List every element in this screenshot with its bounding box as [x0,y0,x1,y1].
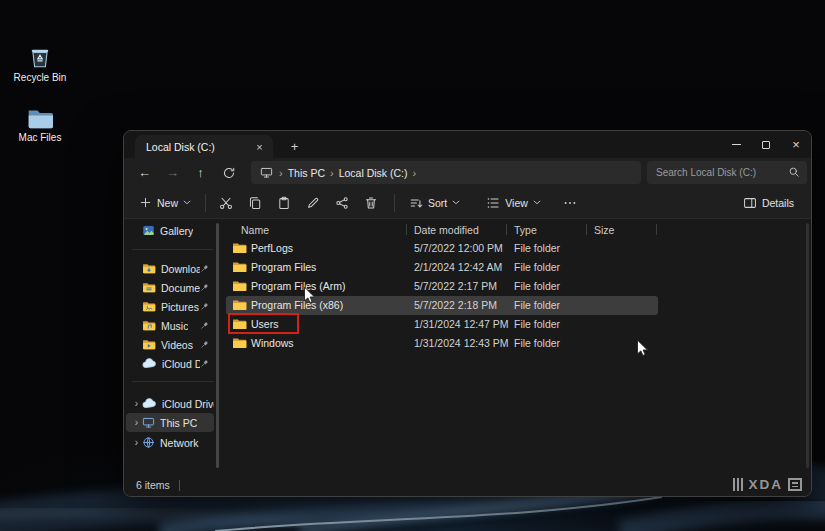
sidebar-item-gallery[interactable]: Gallery [126,221,214,240]
refresh-button[interactable] [216,160,241,185]
file-date: 1/31/2024 12:43 PM [414,337,509,349]
sidebar-item-icloud-pinned[interactable]: iCloud Drive [126,354,214,373]
file-row-windows[interactable]: Windows 1/31/2024 12:43 PM File folder [226,334,658,353]
column-separator[interactable] [586,224,587,235]
sidebar-item-videos[interactable]: Videos [126,335,214,354]
tree-chevron-icon[interactable]: › [131,398,142,409]
column-header-name[interactable]: Name [241,224,269,236]
breadcrumb-chevron-icon: › [408,167,422,179]
sidebar-item-documents[interactable]: Documents [126,278,214,297]
pin-icon [200,359,209,368]
forward-button[interactable]: → [160,160,185,185]
more-options-button[interactable] [557,190,583,216]
view-button[interactable]: View [479,190,548,216]
file-type: File folder [514,337,560,349]
explorer-body: Gallery Downloads Documents [124,219,811,474]
tree-chevron-icon[interactable]: › [131,437,142,448]
column-header-date[interactable]: Date modified [414,224,479,236]
file-date: 5/7/2022 2:17 PM [414,280,497,292]
file-name: Program Files [251,261,316,273]
pin-icon [200,264,209,273]
file-date: 2/1/2024 12:42 AM [414,261,502,273]
close-button[interactable]: × [781,131,811,158]
tree-chevron-icon[interactable]: › [131,417,142,428]
file-row-program-files-arm[interactable]: Program Files (Arm) 5/7/2022 2:17 PM Fil… [226,277,658,296]
folder-icon [232,261,247,273]
share-icon [335,196,349,210]
file-date: 1/31/2024 12:47 PM [414,318,509,330]
maximize-button[interactable] [751,131,781,158]
details-button[interactable]: Details [736,190,801,216]
documents-folder-icon [142,282,156,293]
file-name: Windows [251,337,294,349]
file-list-scrollbar[interactable] [806,223,809,468]
sidebar: Gallery Downloads Documents [124,219,224,474]
folder-icon [232,337,247,349]
sidebar-item-music[interactable]: Music [126,316,214,335]
new-tab-button[interactable]: + [284,136,305,157]
ellipsis-icon [563,196,577,210]
column-separator[interactable] [406,224,407,235]
column-header-size[interactable]: Size [594,224,614,236]
sidebar-scrollbar[interactable] [216,223,219,468]
toolbar-separator [205,194,206,212]
chevron-down-icon [183,200,191,205]
breadcrumb-chevron-icon: › [274,167,288,179]
sort-button[interactable]: Sort [402,190,467,216]
chevron-down-icon [533,200,541,205]
annotation-highlight-users [228,313,299,334]
sidebar-item-pictures[interactable]: Pictures [126,297,214,316]
sidebar-item-network[interactable]: › Network [126,433,214,452]
breadcrumb-this-pc[interactable]: This PC [288,167,325,179]
pin-icon [200,302,209,311]
column-separator[interactable] [656,224,657,235]
chevron-down-icon [452,200,460,205]
file-row-perflogs[interactable]: PerfLogs 5/7/2022 12:00 PM File folder [226,239,658,258]
desktop-icon-mac-files[interactable]: Mac Files [11,108,69,143]
breadcrumb-chevron-icon: › [325,167,339,179]
sidebar-divider [132,381,214,382]
column-headers: Name Date modified Type Size [226,221,803,239]
file-row-program-files[interactable]: Program Files 2/1/2024 12:42 AM File fol… [226,258,658,277]
file-name: Program Files (x86) [251,299,343,311]
pin-icon [200,283,209,292]
file-type: File folder [514,261,560,273]
this-pc-icon [142,416,155,429]
search-box[interactable] [647,161,807,184]
file-date: 5/7/2022 2:18 PM [414,299,497,311]
search-input[interactable] [656,161,778,184]
sidebar-divider [132,249,214,250]
gallery-icon [142,224,155,237]
delete-button[interactable] [358,190,384,216]
downloads-folder-icon [142,263,156,274]
share-button[interactable] [329,190,355,216]
desktop-icon-recycle-bin[interactable]: Recycle Bin [11,44,69,83]
tab-close-icon[interactable]: × [252,139,267,154]
desktop: Recycle Bin Mac Files Local Disk (C:) × … [0,0,825,531]
rename-button[interactable] [300,190,326,216]
sidebar-item-icloud-drive[interactable]: › iCloud Drive [126,394,214,413]
xda-logo-left-icon [733,478,743,491]
new-button[interactable]: New [132,190,198,216]
cut-button[interactable] [213,190,239,216]
tab-title: Local Disk (C:) [135,141,252,153]
file-name: PerfLogs [251,242,293,254]
column-separator[interactable] [506,224,507,235]
tab-strip: Local Disk (C:) × + × [124,131,811,158]
back-button[interactable]: ← [132,160,157,185]
up-button[interactable]: ↑ [188,160,213,185]
copy-button[interactable] [242,190,268,216]
tab-local-disk[interactable]: Local Disk (C:) × [135,135,273,158]
breadcrumb[interactable]: › This PC › Local Disk (C:) › [251,161,641,184]
minimize-button[interactable] [721,131,751,158]
paste-button[interactable] [271,190,297,216]
sidebar-item-this-pc[interactable]: › This PC [126,413,214,432]
plus-icon [139,196,152,209]
icloud-icon [142,358,157,369]
column-header-type[interactable]: Type [514,224,537,236]
sidebar-item-downloads[interactable]: Downloads [126,259,214,278]
details-pane-icon [743,196,757,210]
file-type: File folder [514,299,560,311]
breadcrumb-local-disk[interactable]: Local Disk (C:) [339,167,408,179]
status-bar: 6 items [124,474,811,496]
